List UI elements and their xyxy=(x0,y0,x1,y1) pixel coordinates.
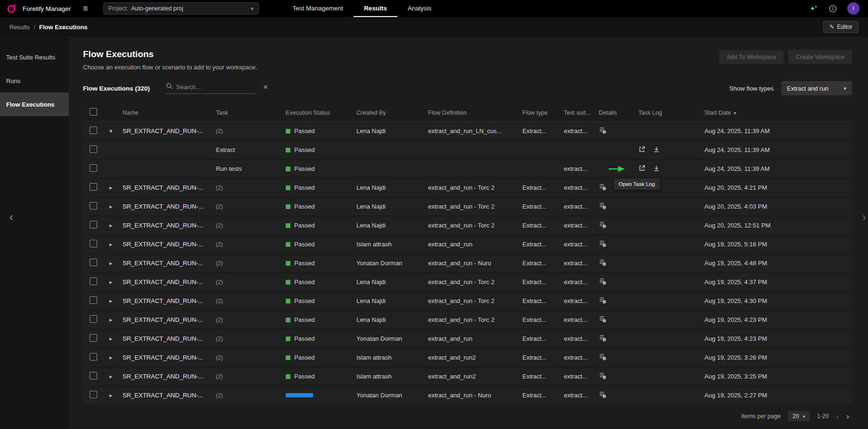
table-row[interactable]: ▸ SR_EXTRACT_AND_RUN-... (2) Passed Lena… xyxy=(83,311,852,329)
expand-row-icon[interactable]: ▸ xyxy=(109,203,113,210)
sort-descending-icon[interactable]: ▾ xyxy=(734,110,736,116)
expand-row-icon[interactable]: ▸ xyxy=(109,222,113,229)
table-row[interactable]: ▸ SR_EXTRACT_AND_RUN-... (2) Passed Isla… xyxy=(83,367,852,386)
row-checkbox[interactable] xyxy=(90,315,97,323)
user-avatar[interactable]: I xyxy=(847,2,860,15)
expand-row-icon[interactable]: ▸ xyxy=(109,260,113,267)
sidebar-item-flow-executions[interactable]: Flow Executions xyxy=(0,93,69,116)
details-icon[interactable]: i xyxy=(599,296,606,304)
column-header-details[interactable]: Details xyxy=(599,109,638,116)
row-checkbox[interactable] xyxy=(90,164,97,172)
expand-row-icon[interactable]: ▸ xyxy=(109,297,113,304)
column-header-test-suite[interactable]: Test suit... xyxy=(564,109,599,116)
nav-test-management[interactable]: Test Management xyxy=(282,0,354,17)
row-checkbox[interactable] xyxy=(90,240,97,247)
expand-row-icon[interactable]: ▸ xyxy=(109,392,113,399)
table-row[interactable]: Run tests Passed extract... xyxy=(83,160,852,178)
download-task-log-icon[interactable] xyxy=(653,146,660,153)
cell-name: SR_EXTRACT_AND_RUN-... xyxy=(123,297,216,304)
next-page-icon[interactable]: › xyxy=(846,412,849,421)
flow-type-select[interactable]: Extract and run ▾ xyxy=(781,81,852,95)
sidebar-item-test-suite-results[interactable]: Test Suite Results xyxy=(0,45,69,69)
row-checkbox[interactable] xyxy=(90,372,97,379)
column-header-start-date[interactable]: Start Date▾ xyxy=(704,109,852,116)
select-all-checkbox[interactable] xyxy=(90,108,97,116)
project-selector[interactable]: Project: Auto-generated proj ▾ xyxy=(103,2,259,15)
sidebar-item-runs[interactable]: Runs xyxy=(0,69,69,93)
expand-row-icon[interactable]: ▸ xyxy=(109,241,113,248)
details-icon[interactable]: i xyxy=(599,334,606,342)
details-icon[interactable]: i xyxy=(599,315,606,323)
table-row[interactable]: ▸ SR_EXTRACT_AND_RUN-... (2) Passed Lena… xyxy=(83,292,852,311)
expand-row-icon[interactable]: ▸ xyxy=(109,373,113,380)
details-icon[interactable]: i xyxy=(599,353,606,361)
table-row[interactable]: ▸ SR_EXTRACT_AND_RUN-... (2) Passed Isla… xyxy=(83,348,852,367)
column-header-flow-type[interactable]: Flow type xyxy=(522,109,564,116)
details-icon[interactable]: i xyxy=(599,259,606,266)
row-checkbox[interactable] xyxy=(90,145,97,153)
table-row[interactable]: ▸ SR_EXTRACT_AND_RUN-... (2) Passed Lena… xyxy=(83,216,852,235)
expand-row-icon[interactable]: ▸ xyxy=(109,335,113,342)
items-per-page-select[interactable]: 20 ▾ xyxy=(788,411,810,421)
sparkles-icon[interactable]: ✦✦ xyxy=(810,4,818,13)
page-subtitle: Choose an execution flow or scenario to … xyxy=(83,64,257,71)
expand-row-icon[interactable]: ▸ xyxy=(109,278,113,286)
details-icon[interactable]: i xyxy=(599,183,606,191)
expand-row-icon[interactable]: ▸ xyxy=(109,184,113,191)
details-icon[interactable]: i xyxy=(599,202,606,210)
row-checkbox[interactable] xyxy=(90,278,97,285)
column-header-task[interactable]: Task xyxy=(216,109,286,116)
table-row[interactable]: ▸ SR_EXTRACT_AND_RUN-... (2) Passed Lena… xyxy=(83,197,852,216)
menu-hamburger-icon[interactable]: ≡ xyxy=(83,4,88,13)
row-checkbox[interactable] xyxy=(90,259,97,266)
expand-row-icon[interactable]: ▸ xyxy=(109,316,113,323)
expand-row-icon[interactable]: ▾ xyxy=(109,127,113,135)
row-checkbox[interactable] xyxy=(90,353,97,361)
details-icon[interactable]: i xyxy=(599,240,606,247)
table-row[interactable]: ▸ SR_EXTRACT_AND_RUN-... (2) Passed Lena… xyxy=(83,178,852,197)
details-icon[interactable]: i xyxy=(599,278,606,285)
table-row[interactable]: ▸ SR_EXTRACT_AND_RUN-... (2) Passed Yona… xyxy=(83,254,852,273)
table-row[interactable]: ▸ SR_EXTRACT_AND_RUN-... (2) Passed Yona… xyxy=(83,329,852,348)
row-checkbox[interactable] xyxy=(90,391,97,398)
nav-results[interactable]: Results xyxy=(354,0,397,17)
table-row[interactable]: ▸ SR_EXTRACT_AND_RUN-... (2) Yonatan Dor… xyxy=(83,386,852,405)
column-header-name[interactable]: Name xyxy=(123,109,216,116)
open-task-log-icon[interactable] xyxy=(638,165,645,172)
column-header-execution-status[interactable]: Execution Status xyxy=(286,109,356,116)
column-header-task-log[interactable]: Task Log xyxy=(638,109,704,116)
cell-created-by: Lena Najdi xyxy=(356,297,428,304)
cell-start-date: Aug 19, 2025, 3:26 PM xyxy=(704,354,852,361)
cell-task-log xyxy=(638,146,704,154)
details-icon[interactable]: i xyxy=(599,221,606,228)
table-row[interactable]: ▸ SR_EXTRACT_AND_RUN-... (2) Passed Isla… xyxy=(83,235,852,254)
table-row[interactable]: Extract Passed xyxy=(83,141,852,160)
open-task-log-icon[interactable] xyxy=(638,146,645,153)
details-icon[interactable]: i xyxy=(599,391,606,398)
details-icon[interactable]: i xyxy=(599,372,606,379)
editor-button[interactable]: ✎ Editor xyxy=(823,21,859,33)
details-icon[interactable]: i xyxy=(599,126,606,134)
column-header-flow-definition[interactable]: Flow Definition xyxy=(428,109,522,116)
clear-search-icon[interactable]: ✕ xyxy=(263,84,268,91)
row-checkbox[interactable] xyxy=(90,334,97,342)
table-row[interactable]: ▾ SR_EXTRACT_AND_RUN-... (2) Passed Lena… xyxy=(83,122,852,141)
column-header-created-by[interactable]: Created By xyxy=(356,109,428,116)
create-workspace-button[interactable]: Create Workspace xyxy=(788,50,852,64)
breadcrumb-results[interactable]: Results xyxy=(9,24,30,31)
expand-panel-icon[interactable]: › xyxy=(862,211,866,223)
row-checkbox[interactable] xyxy=(90,126,97,134)
table-row[interactable]: ▸ SR_EXTRACT_AND_RUN-... (2) Passed Lena… xyxy=(83,273,852,292)
download-task-log-icon[interactable] xyxy=(653,165,660,172)
expand-row-icon[interactable]: ▸ xyxy=(109,354,113,361)
row-checkbox[interactable] xyxy=(90,296,97,304)
row-checkbox[interactable] xyxy=(90,183,97,191)
row-checkbox[interactable] xyxy=(90,221,97,228)
collapse-sidebar-icon[interactable]: ‹ xyxy=(9,211,13,223)
add-to-workspace-button[interactable]: Add To Workspace xyxy=(719,50,783,64)
nav-analysis[interactable]: Analysis xyxy=(397,0,442,17)
search-input[interactable] xyxy=(176,84,259,91)
info-icon[interactable] xyxy=(829,5,837,13)
previous-page-icon[interactable]: ‹ xyxy=(836,412,839,421)
row-checkbox[interactable] xyxy=(90,202,97,210)
